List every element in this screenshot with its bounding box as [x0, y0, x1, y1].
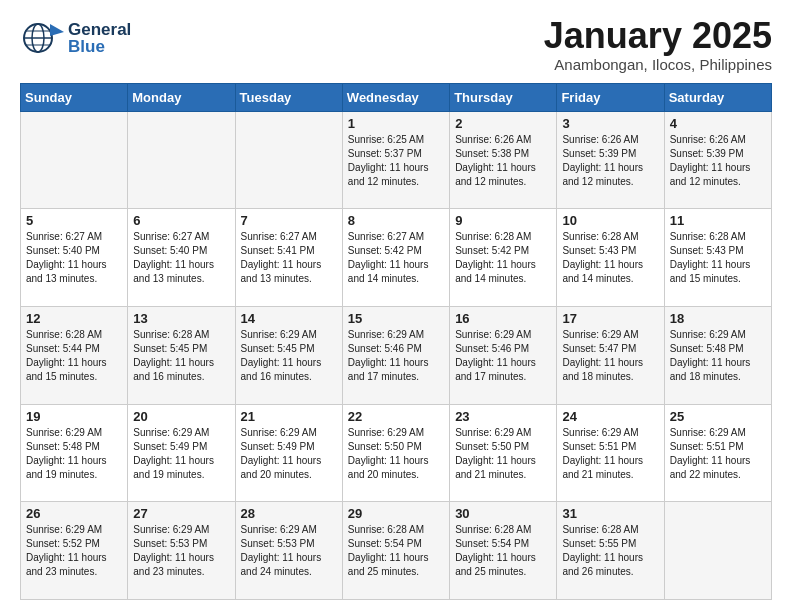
- day-info: Sunrise: 6:28 AMSunset: 5:43 PMDaylight:…: [562, 230, 658, 286]
- header-thursday: Thursday: [450, 83, 557, 111]
- calendar-week-row: 12Sunrise: 6:28 AMSunset: 5:44 PMDayligh…: [21, 306, 772, 404]
- svg-marker-5: [50, 24, 64, 36]
- day-number: 20: [133, 409, 229, 424]
- daylight-label: Daylight: 11 hours and 20 minutes.: [348, 455, 429, 480]
- day-number: 5: [26, 213, 122, 228]
- calendar-cell: 23Sunrise: 6:29 AMSunset: 5:50 PMDayligh…: [450, 404, 557, 502]
- calendar-cell: 26Sunrise: 6:29 AMSunset: 5:52 PMDayligh…: [21, 502, 128, 600]
- day-number: 18: [670, 311, 766, 326]
- calendar-cell: 30Sunrise: 6:28 AMSunset: 5:54 PMDayligh…: [450, 502, 557, 600]
- day-info: Sunrise: 6:29 AMSunset: 5:45 PMDaylight:…: [241, 328, 337, 384]
- calendar-cell: [21, 111, 128, 209]
- sunrise-label: Sunrise: 6:27 AM: [26, 231, 102, 242]
- sunset-label: Sunset: 5:49 PM: [241, 441, 315, 452]
- sunset-label: Sunset: 5:45 PM: [133, 343, 207, 354]
- calendar-cell: 11Sunrise: 6:28 AMSunset: 5:43 PMDayligh…: [664, 209, 771, 307]
- sunset-label: Sunset: 5:51 PM: [670, 441, 744, 452]
- calendar-cell: 7Sunrise: 6:27 AMSunset: 5:41 PMDaylight…: [235, 209, 342, 307]
- day-info: Sunrise: 6:29 AMSunset: 5:46 PMDaylight:…: [455, 328, 551, 384]
- daylight-label: Daylight: 11 hours and 16 minutes.: [241, 357, 322, 382]
- day-info: Sunrise: 6:26 AMSunset: 5:39 PMDaylight:…: [562, 133, 658, 189]
- sunrise-label: Sunrise: 6:28 AM: [562, 231, 638, 242]
- day-info: Sunrise: 6:27 AMSunset: 5:41 PMDaylight:…: [241, 230, 337, 286]
- sunrise-label: Sunrise: 6:28 AM: [562, 524, 638, 535]
- daylight-label: Daylight: 11 hours and 25 minutes.: [348, 552, 429, 577]
- calendar-cell: [128, 111, 235, 209]
- day-number: 7: [241, 213, 337, 228]
- calendar-cell: 25Sunrise: 6:29 AMSunset: 5:51 PMDayligh…: [664, 404, 771, 502]
- sunset-label: Sunset: 5:55 PM: [562, 538, 636, 549]
- sunset-label: Sunset: 5:52 PM: [26, 538, 100, 549]
- sunrise-label: Sunrise: 6:28 AM: [670, 231, 746, 242]
- sunset-label: Sunset: 5:53 PM: [241, 538, 315, 549]
- day-info: Sunrise: 6:27 AMSunset: 5:42 PMDaylight:…: [348, 230, 444, 286]
- day-info: Sunrise: 6:29 AMSunset: 5:50 PMDaylight:…: [348, 426, 444, 482]
- daylight-label: Daylight: 11 hours and 12 minutes.: [670, 162, 751, 187]
- calendar-cell: 17Sunrise: 6:29 AMSunset: 5:47 PMDayligh…: [557, 306, 664, 404]
- sunrise-label: Sunrise: 6:29 AM: [241, 524, 317, 535]
- sunset-label: Sunset: 5:43 PM: [562, 245, 636, 256]
- day-info: Sunrise: 6:28 AMSunset: 5:55 PMDaylight:…: [562, 523, 658, 579]
- calendar-cell: 27Sunrise: 6:29 AMSunset: 5:53 PMDayligh…: [128, 502, 235, 600]
- day-number: 23: [455, 409, 551, 424]
- sunset-label: Sunset: 5:39 PM: [562, 148, 636, 159]
- daylight-label: Daylight: 11 hours and 18 minutes.: [562, 357, 643, 382]
- day-number: 2: [455, 116, 551, 131]
- header-friday: Friday: [557, 83, 664, 111]
- calendar-cell: [235, 111, 342, 209]
- calendar-cell: 8Sunrise: 6:27 AMSunset: 5:42 PMDaylight…: [342, 209, 449, 307]
- header-tuesday: Tuesday: [235, 83, 342, 111]
- calendar-cell: [664, 502, 771, 600]
- sunset-label: Sunset: 5:43 PM: [670, 245, 744, 256]
- logo: General Blue: [20, 16, 131, 60]
- day-info: Sunrise: 6:27 AMSunset: 5:40 PMDaylight:…: [26, 230, 122, 286]
- sunrise-label: Sunrise: 6:26 AM: [670, 134, 746, 145]
- day-number: 11: [670, 213, 766, 228]
- day-info: Sunrise: 6:29 AMSunset: 5:49 PMDaylight:…: [241, 426, 337, 482]
- logo-text: General Blue: [68, 21, 131, 55]
- day-number: 19: [26, 409, 122, 424]
- calendar-week-row: 5Sunrise: 6:27 AMSunset: 5:40 PMDaylight…: [21, 209, 772, 307]
- sunrise-label: Sunrise: 6:29 AM: [241, 329, 317, 340]
- sunset-label: Sunset: 5:50 PM: [348, 441, 422, 452]
- day-info: Sunrise: 6:29 AMSunset: 5:50 PMDaylight:…: [455, 426, 551, 482]
- sunset-label: Sunset: 5:51 PM: [562, 441, 636, 452]
- sunset-label: Sunset: 5:53 PM: [133, 538, 207, 549]
- sunrise-label: Sunrise: 6:29 AM: [133, 427, 209, 438]
- calendar-cell: 2Sunrise: 6:26 AMSunset: 5:38 PMDaylight…: [450, 111, 557, 209]
- header-sunday: Sunday: [21, 83, 128, 111]
- sunrise-label: Sunrise: 6:26 AM: [562, 134, 638, 145]
- sunset-label: Sunset: 5:37 PM: [348, 148, 422, 159]
- calendar-cell: 14Sunrise: 6:29 AMSunset: 5:45 PMDayligh…: [235, 306, 342, 404]
- sunrise-label: Sunrise: 6:27 AM: [241, 231, 317, 242]
- day-number: 21: [241, 409, 337, 424]
- sunset-label: Sunset: 5:48 PM: [670, 343, 744, 354]
- day-number: 27: [133, 506, 229, 521]
- day-number: 1: [348, 116, 444, 131]
- sunrise-label: Sunrise: 6:28 AM: [455, 524, 531, 535]
- day-number: 3: [562, 116, 658, 131]
- sunset-label: Sunset: 5:45 PM: [241, 343, 315, 354]
- sunset-label: Sunset: 5:39 PM: [670, 148, 744, 159]
- calendar-week-row: 1Sunrise: 6:25 AMSunset: 5:37 PMDaylight…: [21, 111, 772, 209]
- daylight-label: Daylight: 11 hours and 19 minutes.: [26, 455, 107, 480]
- daylight-label: Daylight: 11 hours and 14 minutes.: [348, 259, 429, 284]
- sunrise-label: Sunrise: 6:29 AM: [26, 427, 102, 438]
- day-number: 10: [562, 213, 658, 228]
- daylight-label: Daylight: 11 hours and 16 minutes.: [133, 357, 214, 382]
- day-number: 25: [670, 409, 766, 424]
- day-info: Sunrise: 6:29 AMSunset: 5:51 PMDaylight:…: [562, 426, 658, 482]
- sunset-label: Sunset: 5:46 PM: [455, 343, 529, 354]
- day-info: Sunrise: 6:28 AMSunset: 5:44 PMDaylight:…: [26, 328, 122, 384]
- day-number: 17: [562, 311, 658, 326]
- daylight-label: Daylight: 11 hours and 18 minutes.: [670, 357, 751, 382]
- sunrise-label: Sunrise: 6:29 AM: [133, 524, 209, 535]
- sunrise-label: Sunrise: 6:29 AM: [670, 329, 746, 340]
- day-info: Sunrise: 6:29 AMSunset: 5:47 PMDaylight:…: [562, 328, 658, 384]
- title-block: January 2025 Anambongan, Ilocos, Philipp…: [544, 16, 772, 73]
- calendar-cell: 20Sunrise: 6:29 AMSunset: 5:49 PMDayligh…: [128, 404, 235, 502]
- calendar-table: Sunday Monday Tuesday Wednesday Thursday…: [20, 83, 772, 600]
- calendar-cell: 16Sunrise: 6:29 AMSunset: 5:46 PMDayligh…: [450, 306, 557, 404]
- calendar-week-row: 19Sunrise: 6:29 AMSunset: 5:48 PMDayligh…: [21, 404, 772, 502]
- day-number: 12: [26, 311, 122, 326]
